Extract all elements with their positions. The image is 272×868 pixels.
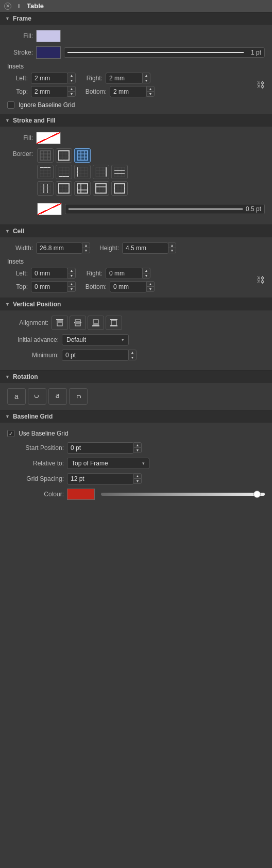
cell-left-down[interactable]: ▼ (67, 273, 76, 279)
left-label: Left: (7, 75, 28, 82)
sf-stroke-swatch[interactable] (37, 203, 62, 215)
cell-right-stepper[interactable]: ▲ ▼ (142, 268, 150, 279)
cell-left-input[interactable]: 0 mm (31, 268, 68, 279)
use-baseline-checkbox[interactable]: ✓ (7, 430, 14, 437)
rotation-270-btn[interactable]: ↄ (69, 388, 88, 405)
border-btn-h-inner[interactable] (111, 165, 128, 179)
stroke-label: Stroke: (7, 49, 33, 56)
ignore-baseline-label: Ignore Baseline Grid (19, 101, 75, 109)
cell-top-stepper[interactable]: ▲ ▼ (67, 281, 76, 292)
cell-bottom-input[interactable]: 0 mm (110, 281, 147, 292)
cell-section-label: Cell (13, 228, 24, 235)
sf-fill-swatch[interactable] (36, 132, 61, 144)
initial-advance-arrow: ▾ (122, 337, 124, 342)
border-btn-outer[interactable] (56, 148, 72, 163)
cell-bottom-down[interactable]: ▼ (146, 286, 155, 292)
border-btn-none[interactable] (37, 148, 54, 163)
left-input[interactable]: 2 mm (31, 73, 68, 84)
colour-slider-track[interactable] (101, 493, 265, 496)
border-btn-outer2[interactable] (56, 181, 72, 196)
top-input[interactable]: 2 mm (31, 86, 68, 97)
cell-left-input-group: 0 mm ▲ ▼ (31, 268, 76, 279)
border-btn-all[interactable] (74, 148, 91, 163)
bottom-down[interactable]: ▼ (146, 91, 155, 97)
minimum-input[interactable]: 0 pt (62, 350, 129, 361)
left-stepper[interactable]: ▲ ▼ (67, 73, 76, 84)
baseline-grid-section-header[interactable]: ▼ Baseline Grid (0, 410, 272, 423)
border-btn-mix2[interactable] (93, 181, 109, 196)
rotation-arrow: ▼ (5, 374, 10, 379)
relative-to-dropdown[interactable]: Top of Frame ▾ (67, 458, 149, 469)
grid-spacing-stepper[interactable]: ▲ ▼ (133, 473, 142, 484)
align-top-btn[interactable] (52, 316, 68, 330)
cell-height-input[interactable]: 4.5 mm (122, 242, 168, 254)
close-button[interactable]: ✕ (4, 3, 11, 10)
grid-spacing-input[interactable]: 12 pt (67, 473, 134, 484)
border-btn-right[interactable] (93, 165, 109, 179)
start-position-input[interactable]: 0 pt (67, 442, 134, 454)
svg-rect-0 (40, 151, 50, 160)
sf-fill-row: Fill: (7, 132, 265, 144)
border-btn-v-inner[interactable] (37, 181, 54, 196)
pause-button[interactable]: ⏸ (15, 3, 23, 10)
align-bottom-btn[interactable] (88, 316, 104, 330)
border-btn-bottom[interactable] (56, 165, 72, 179)
cell-right-input[interactable]: 0 mm (106, 268, 143, 279)
colour-slider-thumb[interactable] (253, 491, 261, 498)
right-stepper[interactable]: ▲ ▼ (142, 73, 150, 84)
colour-swatch[interactable] (67, 489, 95, 500)
bottom-input[interactable]: 2 mm (110, 86, 147, 97)
cell-chain-link-icon[interactable]: ⛓ (257, 275, 265, 285)
border-btn-top[interactable] (37, 165, 54, 179)
rotation-0-btn[interactable]: a (7, 388, 26, 405)
border-btn-left[interactable] (74, 165, 91, 179)
border-btn-mix1[interactable] (74, 181, 91, 196)
top-stepper[interactable]: ▲ ▼ (67, 86, 76, 97)
grid-spacing-down[interactable]: ▼ (133, 478, 142, 484)
right-down[interactable]: ▼ (142, 78, 150, 83)
rotation-180-btn[interactable]: ɐ (48, 388, 67, 405)
cell-left-stepper[interactable]: ▲ ▼ (67, 268, 76, 279)
bottom-input-group: 2 mm ▲ ▼ (110, 86, 155, 97)
start-position-down[interactable]: ▼ (133, 447, 142, 453)
alignment-label: Alignment: (7, 319, 48, 326)
cell-top-down[interactable]: ▼ (67, 286, 76, 292)
vpos-section-header[interactable]: ▼ Vertical Position (0, 298, 272, 310)
cell-height-stepper[interactable]: ▲ ▼ (168, 242, 176, 254)
align-middle-btn[interactable] (70, 316, 86, 330)
stroke-color-swatch[interactable] (36, 46, 61, 59)
align-justify-btn[interactable] (106, 316, 122, 330)
left-down[interactable]: ▼ (67, 78, 76, 83)
bottom-stepper[interactable]: ▲ ▼ (146, 86, 155, 97)
start-position-stepper[interactable]: ▲ ▼ (133, 442, 142, 454)
relative-to-row: Relative to: Top of Frame ▾ (7, 458, 265, 469)
rotation-90-btn[interactable]: ↄ (28, 388, 46, 405)
cell-bottom-stepper[interactable]: ▲ ▼ (146, 281, 155, 292)
border-btn-mix3[interactable] (111, 181, 128, 196)
cell-height-down[interactable]: ▼ (168, 248, 176, 253)
top-down[interactable]: ▼ (67, 91, 76, 97)
chain-link-icon[interactable]: ⛓ (257, 80, 265, 90)
cell-width-down[interactable]: ▼ (82, 248, 90, 253)
svg-rect-5 (59, 151, 69, 160)
cell-top-input[interactable]: 0 mm (31, 281, 68, 292)
stroke-row: Stroke: 1 pt (7, 46, 265, 59)
rotation-section-header[interactable]: ▼ Rotation (0, 371, 272, 383)
frame-section-header[interactable]: ▼ Frame (0, 12, 272, 25)
cell-section-header[interactable]: ▼ Cell (0, 225, 272, 237)
minimum-down[interactable]: ▼ (128, 355, 137, 360)
initial-advance-dropdown[interactable]: Default ▾ (62, 334, 129, 345)
cell-bottom-input-group: 0 mm ▲ ▼ (110, 281, 155, 292)
cell-width-input[interactable]: 26.8 mm (36, 242, 82, 254)
stroke-fill-section-header[interactable]: ▼ Stroke and Fill (0, 114, 272, 127)
ignore-baseline-checkbox[interactable] (7, 101, 14, 109)
frame-arrow: ▼ (5, 16, 10, 21)
right-input[interactable]: 2 mm (106, 73, 143, 84)
fill-color-swatch[interactable] (36, 30, 61, 42)
baseline-grid-arrow: ▼ (5, 414, 10, 419)
cell-left-label: Left: (7, 270, 28, 277)
minimum-stepper[interactable]: ▲ ▼ (128, 350, 137, 361)
cell-width-stepper[interactable]: ▲ ▼ (82, 242, 90, 254)
initial-advance-label: Initial advance: (7, 336, 59, 343)
cell-right-down[interactable]: ▼ (142, 273, 150, 279)
